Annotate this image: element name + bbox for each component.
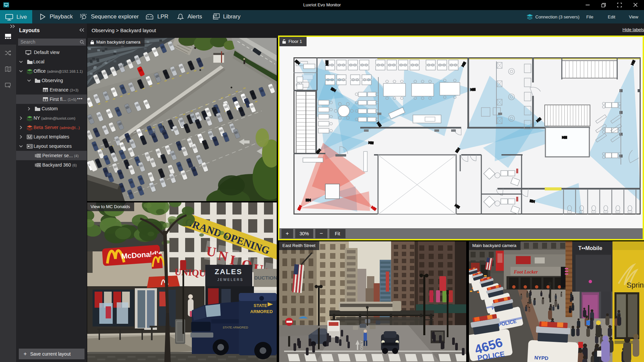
svg-text:ZALES: ZALES (215, 267, 242, 276)
svg-text:ARMORED: ARMORED (250, 309, 273, 314)
svg-text:ONLY: ONLY (360, 340, 364, 350)
svg-text:DUCTION: DUCTION (254, 275, 277, 281)
svg-text:Sprint: Sprint (627, 281, 644, 289)
svg-text:STATE ARMORED: STATE ARMORED (223, 326, 248, 329)
svg-text:Foot Locker: Foot Locker (514, 269, 538, 275)
svg-text:JEWELERS: JEWELERS (217, 278, 244, 282)
svg-text:NYPD: NYPD (534, 355, 549, 361)
svg-text:T••Mobile: T••Mobile (578, 245, 602, 251)
svg-text:STATE: STATE (254, 303, 267, 308)
